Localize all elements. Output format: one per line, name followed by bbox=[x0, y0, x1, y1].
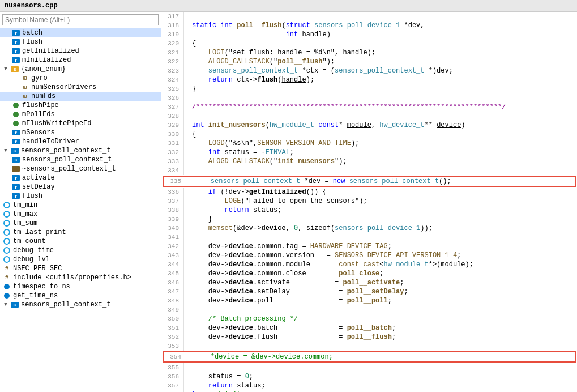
sidebar-item-label: ~sensors_poll_context_t bbox=[22, 165, 116, 173]
code-line-322: 322 ALOGD_CALLSTACK("poll__flush"); bbox=[161, 57, 577, 66]
line-number: 351 bbox=[161, 323, 184, 333]
code-line-345: 345 dev->device.common.close = poll_clos… bbox=[161, 269, 577, 278]
item-icon-globe bbox=[2, 210, 11, 218]
sidebar-item-label: tm_sum bbox=[13, 219, 37, 227]
line-content: dev->device.flush = poll__flush; bbox=[190, 333, 577, 342]
sidebar-item-tm_max[interactable]: tm_max bbox=[0, 210, 161, 219]
item-icon-enum: ⊞ bbox=[20, 83, 29, 91]
line-number: 327 bbox=[161, 103, 184, 112]
tree-collapse-icon[interactable]: ▼ bbox=[2, 301, 9, 308]
sidebar-item-setDelay[interactable]: fsetDelay bbox=[0, 182, 161, 191]
line-number: 333 bbox=[161, 157, 184, 166]
sidebar-item-anon_enum[interactable]: ▼E{anon_enum} bbox=[0, 65, 161, 74]
line-content bbox=[190, 93, 577, 103]
tree-collapse-icon[interactable]: ▼ bbox=[2, 66, 9, 73]
item-icon-blue-rect: f bbox=[11, 138, 20, 146]
item-icon-globe bbox=[2, 237, 11, 245]
sidebar-item-timespec_to_ns[interactable]: timespec_to_ns bbox=[0, 282, 161, 291]
sidebar-item-getInitialized[interactable]: fgetInitialized bbox=[0, 46, 161, 56]
sidebar-item-mPollFds[interactable]: mPollFds bbox=[0, 110, 161, 119]
sidebar-item-label: NSEC_PER_SEC bbox=[13, 265, 62, 272]
sidebar-item-label: sensors_poll_context_t bbox=[21, 301, 110, 309]
sidebar-item-debug_time[interactable]: debug_time bbox=[0, 246, 161, 255]
sidebar-search-container[interactable] bbox=[0, 12, 161, 28]
sidebar-item-handleToDriver[interactable]: fhandleToDriver bbox=[0, 137, 161, 146]
item-icon-blue-rect: f bbox=[11, 192, 20, 200]
line-content: LOGI("set flush: handle = %d\n", handle)… bbox=[190, 48, 577, 57]
sidebar-item-sensors_poll_context_t2[interactable]: Csensors_poll_context_t bbox=[0, 155, 161, 164]
line-number: 317 bbox=[161, 12, 184, 21]
item-icon-green-dot bbox=[11, 101, 20, 109]
sidebar-item-mInitialized[interactable]: fmInitialized bbox=[0, 56, 161, 65]
line-number: 335 bbox=[164, 177, 186, 186]
item-icon-c: C bbox=[11, 156, 20, 164]
sidebar-item-batch[interactable]: fbatch bbox=[0, 28, 161, 37]
line-number: 318 bbox=[161, 21, 184, 30]
item-icon-blue-rect: f bbox=[11, 129, 20, 137]
sidebar-item-mFlushWritePipeFd[interactable]: mFlushWritePipeFd bbox=[0, 119, 161, 128]
sidebar-item-sensors_poll_context_t[interactable]: ▼Csensors_poll_context_t bbox=[0, 146, 161, 155]
line-number: 348 bbox=[161, 296, 184, 305]
sidebar-item-include[interactable]: #include <cutils/properties.h> bbox=[0, 273, 161, 282]
code-line-334: 334 bbox=[161, 166, 577, 175]
sidebar-item-flush2[interactable]: fflush bbox=[0, 191, 161, 201]
item-icon-green-dot bbox=[11, 110, 20, 118]
line-number: 341 bbox=[161, 233, 184, 242]
sidebar-items-list: fbatchfflushfgetInitializedfmInitialized… bbox=[0, 28, 161, 309]
sidebar-item-label: tm_max bbox=[13, 210, 37, 218]
sidebar-item-debug_lvl[interactable]: debug_lvl bbox=[0, 255, 161, 264]
sidebar-item-get_time_ns[interactable]: get_time_ns bbox=[0, 291, 161, 300]
sidebar-item-sensors_poll_context_t3[interactable]: ▼Csensors_poll_context_t bbox=[0, 300, 161, 309]
sidebar-item-tm_count[interactable]: tm_count bbox=[0, 237, 161, 246]
sidebar-item-label: tm_count bbox=[13, 237, 46, 245]
line-content bbox=[190, 12, 577, 21]
code-panel[interactable]: 317 318static int poll__flush(struct sen… bbox=[161, 12, 577, 392]
sidebar-item-label: getInitialized bbox=[22, 47, 79, 55]
sidebar-item-flushPipe[interactable]: flushPipe bbox=[0, 101, 161, 110]
line-number: 344 bbox=[161, 260, 184, 269]
line-number: 330 bbox=[161, 130, 184, 139]
code-line-347: 347 dev->device.setDelay = poll__setDela… bbox=[161, 287, 577, 296]
sidebar-item-activate[interactable]: factivate bbox=[0, 173, 161, 182]
sidebar-item-tm_last_print[interactable]: tm_last_print bbox=[0, 228, 161, 237]
sidebar-item-label: debug_time bbox=[13, 246, 54, 254]
search-input[interactable] bbox=[2, 14, 159, 25]
line-number: 345 bbox=[161, 269, 184, 278]
code-line-353: 353 bbox=[161, 342, 577, 351]
line-number: 329 bbox=[161, 121, 184, 130]
code-line-340: 340 memset(&dev->device, 0, sizeof(senso… bbox=[161, 224, 577, 233]
sidebar-item-numFds[interactable]: ⊞numFds bbox=[0, 92, 161, 101]
sidebar-item-tm_sum[interactable]: tm_sum bbox=[0, 219, 161, 228]
code-line-319: 319 int handle) bbox=[161, 30, 577, 39]
sidebar-item-mSensors[interactable]: fmSensors bbox=[0, 128, 161, 137]
code-line-351: 351 dev->device.batch = poll__batch; bbox=[161, 323, 577, 333]
sidebar-item-label: mSensors bbox=[22, 129, 55, 137]
line-number: 319 bbox=[161, 30, 184, 39]
tree-collapse-icon[interactable]: ▼ bbox=[2, 147, 9, 154]
sidebar-item-numSensorDrivers[interactable]: ⊞numSensorDrivers bbox=[0, 83, 161, 92]
item-icon-globe bbox=[2, 246, 11, 254]
line-number: 331 bbox=[161, 139, 184, 148]
line-content: memset(&dev->device, 0, sizeof(sensors_p… bbox=[190, 224, 577, 233]
item-icon-c: C bbox=[10, 147, 19, 155]
item-icon-hash: # bbox=[2, 265, 11, 272]
line-content: return status; bbox=[190, 206, 577, 215]
line-content bbox=[190, 166, 577, 175]
line-content: return ctx->flush(handle); bbox=[190, 75, 577, 84]
code-line-343: 343 dev->device.common.version = SENSORS… bbox=[161, 251, 577, 260]
sidebar-item-flush[interactable]: fflush bbox=[0, 37, 161, 46]
line-number: 340 bbox=[161, 224, 184, 233]
sidebar-item-label: get_time_ns bbox=[13, 292, 58, 300]
sidebar-item-NSEC_PER_SEC[interactable]: #NSEC_PER_SEC bbox=[0, 264, 161, 273]
sidebar-item-gyro[interactable]: ⊞gyro bbox=[0, 74, 161, 83]
line-content bbox=[190, 233, 577, 242]
line-content: dev->device.common.close = poll_close; bbox=[190, 269, 577, 278]
sidebar-item-tm_min[interactable]: tm_min bbox=[0, 201, 161, 210]
line-content: /* Batch processing */ bbox=[190, 314, 577, 323]
sidebar-item-dsensors_poll_context_t[interactable]: ~~sensors_poll_context_t bbox=[0, 164, 161, 173]
item-icon-enum: ⊞ bbox=[20, 92, 29, 100]
line-content: dev->device.common.tag = HARDWARE_DEVICE… bbox=[190, 242, 577, 251]
code-line-348: 348 dev->device.poll = poll__poll; bbox=[161, 296, 577, 305]
code-line-324: 324 return ctx->flush(handle); bbox=[161, 75, 577, 84]
code-line-327: 327/************************************… bbox=[161, 103, 577, 112]
